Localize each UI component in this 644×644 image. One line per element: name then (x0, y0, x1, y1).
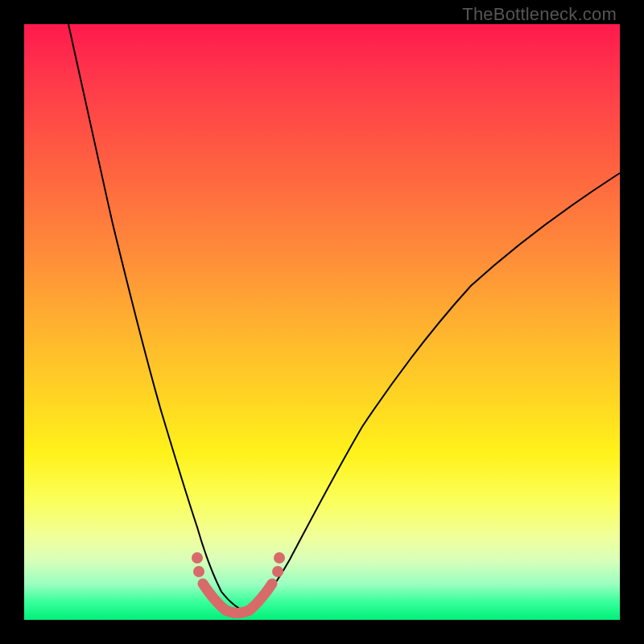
bottom-marker (203, 584, 272, 613)
marker-dot (274, 552, 285, 564)
right-curve (250, 173, 620, 613)
marker-dot (192, 552, 203, 564)
chart-plot-area (24, 24, 620, 620)
chart-svg (24, 24, 620, 620)
watermark-text: TheBottleneck.com (462, 4, 617, 25)
left-curve (68, 24, 250, 613)
marker-dot (272, 566, 283, 577)
marker-dot (193, 566, 204, 577)
